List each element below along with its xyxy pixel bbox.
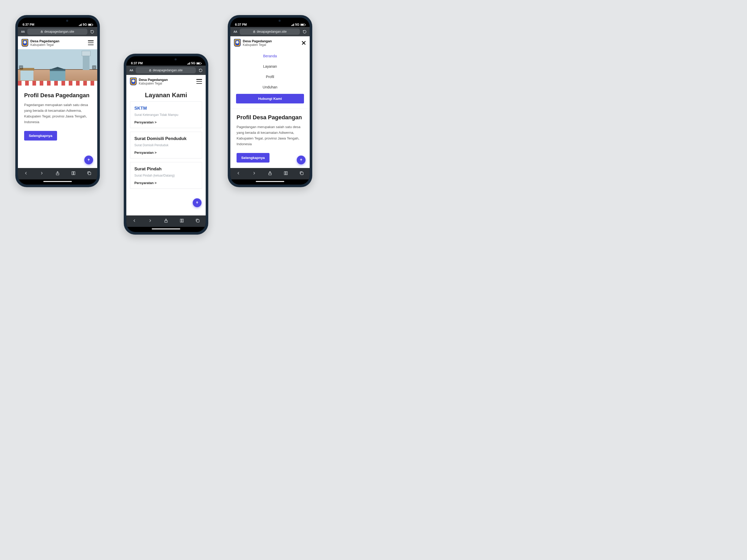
browser-bookmarks[interactable]: [71, 171, 76, 177]
reload-button[interactable]: [90, 30, 94, 34]
signal-icon: [187, 62, 190, 64]
layanan-card: Surat PindahSurat Pindah (keluar/Datang)…: [130, 162, 202, 189]
svg-rect-5: [197, 220, 200, 222]
site-logo: [22, 39, 28, 47]
menu-button[interactable]: [88, 41, 94, 45]
browser-share[interactable]: [55, 171, 60, 177]
battery-icon: [300, 24, 305, 26]
layanan-card-subtitle: Surat Domisili Penduduk: [134, 143, 198, 147]
browser-share[interactable]: [268, 171, 272, 177]
reload-button[interactable]: [199, 68, 203, 72]
reload-button[interactable]: [303, 30, 307, 34]
scroll-top-button[interactable]: [297, 156, 306, 164]
network-label: 5G: [191, 61, 195, 65]
browser-forward[interactable]: [40, 171, 44, 177]
status-time: 6:37 PM: [23, 23, 34, 26]
scroll-top-button[interactable]: [84, 156, 93, 164]
site-region: Kabupaten Tegal: [243, 43, 272, 47]
hubungi-kami-button[interactable]: Hubungi Kami: [236, 94, 304, 103]
persyaratan-link[interactable]: Persyaratan >: [134, 120, 198, 124]
reload-icon: [199, 69, 203, 72]
profile-body: Pagedangan merupakan salah satu desa yan…: [24, 102, 91, 125]
text-size-button[interactable]: AA: [129, 69, 133, 72]
battery-icon: [196, 62, 201, 64]
persyaratan-link[interactable]: Persyaratan >: [134, 181, 198, 185]
svg-rect-2: [88, 172, 91, 175]
layanan-card: SKTMSurat Keterangan Tidak MampuPersyara…: [130, 101, 202, 128]
hero-carousel[interactable]: ‹ ›: [18, 49, 97, 85]
browser-back[interactable]: [132, 218, 137, 224]
home-indicator: [18, 179, 97, 185]
phone-mockup-home: 6:37 PM 5G AA desapagedangan.site: [15, 15, 100, 187]
status-time: 6:37 PM: [131, 61, 143, 65]
browser-bookmarks[interactable]: [179, 218, 184, 224]
home-indicator: [126, 227, 206, 232]
arrow-up-icon: [87, 158, 91, 162]
device-notch: [38, 18, 77, 24]
text-size-button[interactable]: AA: [233, 30, 237, 33]
profile-body: Pagedangan merupakan salah satu desa yan…: [236, 124, 304, 147]
browser-share[interactable]: [164, 218, 168, 224]
layanan-card-subtitle: Surat Pindah (keluar/Datang): [134, 174, 198, 177]
site-logo: [234, 39, 241, 47]
site-name: Desa Pagedangan: [30, 39, 59, 43]
signal-icon: [291, 24, 294, 26]
phone-mockup-layanan: 6:37 PM 5G AA desapagedangan.site: [124, 54, 208, 235]
phone-mockup-menu: 6:37 PM 5G AA desapagedangan.site: [228, 15, 312, 187]
site-region: Kabupaten Tegal: [139, 82, 168, 85]
nav-item-layanan[interactable]: Layanan: [236, 61, 304, 72]
browser-tabs[interactable]: [299, 171, 304, 177]
profile-heading: Profil Desa Pagedangan: [24, 92, 91, 99]
battery-icon: [88, 24, 93, 26]
browser-tabs[interactable]: [87, 171, 92, 177]
browser-toolbar: [18, 168, 97, 179]
url-text: desapagedangan.site: [153, 69, 183, 72]
carousel-prev[interactable]: ‹: [19, 65, 23, 70]
layanan-card-title: Surat Pindah: [134, 166, 198, 171]
home-indicator: [230, 179, 310, 185]
nav-item-beranda[interactable]: Beranda: [236, 51, 304, 61]
profile-heading: Profil Desa Pagedangan: [236, 114, 304, 121]
browser-tabs[interactable]: [195, 218, 200, 224]
browser-address-bar: AA desapagedangan.site: [126, 65, 206, 75]
browser-toolbar: [126, 215, 206, 227]
browser-address-bar: AA desapagedangan.site: [18, 27, 97, 36]
url-field[interactable]: desapagedangan.site: [27, 28, 87, 35]
nav-item-profil[interactable]: Profil: [236, 72, 304, 82]
carousel-next[interactable]: ›: [92, 65, 96, 70]
arrow-up-icon: [195, 201, 199, 205]
url-text: desapagedangan.site: [257, 30, 287, 33]
lock-icon: [253, 30, 256, 33]
network-label: 5G: [295, 23, 299, 26]
site-name: Desa Pagedangan: [243, 39, 272, 43]
layanan-heading: Layanan Kami: [126, 88, 206, 101]
browser-forward[interactable]: [148, 218, 153, 224]
url-field[interactable]: desapagedangan.site: [136, 67, 196, 73]
reload-icon: [90, 30, 94, 34]
menu-button[interactable]: [196, 79, 202, 84]
scroll-top-button[interactable]: [193, 198, 202, 207]
text-size-button[interactable]: AA: [21, 30, 25, 33]
browser-back[interactable]: [24, 171, 28, 177]
site-region: Kabupaten Tegal: [30, 43, 59, 47]
arrow-up-icon: [299, 158, 303, 162]
selengkapnya-button[interactable]: Selengkapnya: [236, 153, 269, 163]
layanan-card-title: Surat Domisili Penduduk: [134, 136, 198, 141]
browser-toolbar: [230, 168, 310, 179]
browser-forward[interactable]: [252, 171, 257, 177]
nav-menu: BerandaLayananProfilUnduhan Hubungi Kami: [230, 49, 310, 109]
layanan-card-subtitle: Surat Keterangan Tidak Mampu: [134, 113, 198, 117]
browser-back[interactable]: [236, 171, 241, 177]
menu-close-button[interactable]: [301, 41, 306, 45]
svg-rect-8: [301, 172, 304, 175]
url-field[interactable]: desapagedangan.site: [240, 28, 300, 35]
layanan-card-title[interactable]: SKTM: [134, 106, 198, 111]
browser-bookmarks[interactable]: [283, 171, 288, 177]
lock-icon: [41, 30, 43, 33]
persyaratan-link[interactable]: Persyaratan >: [134, 151, 198, 155]
selengkapnya-button[interactable]: Selengkapnya: [24, 131, 57, 140]
site-header: Desa Pagedangan Kabupaten Tegal: [230, 36, 310, 49]
svg-rect-3: [149, 70, 151, 71]
site-logo: [130, 78, 137, 85]
nav-item-unduhan[interactable]: Unduhan: [236, 82, 304, 92]
